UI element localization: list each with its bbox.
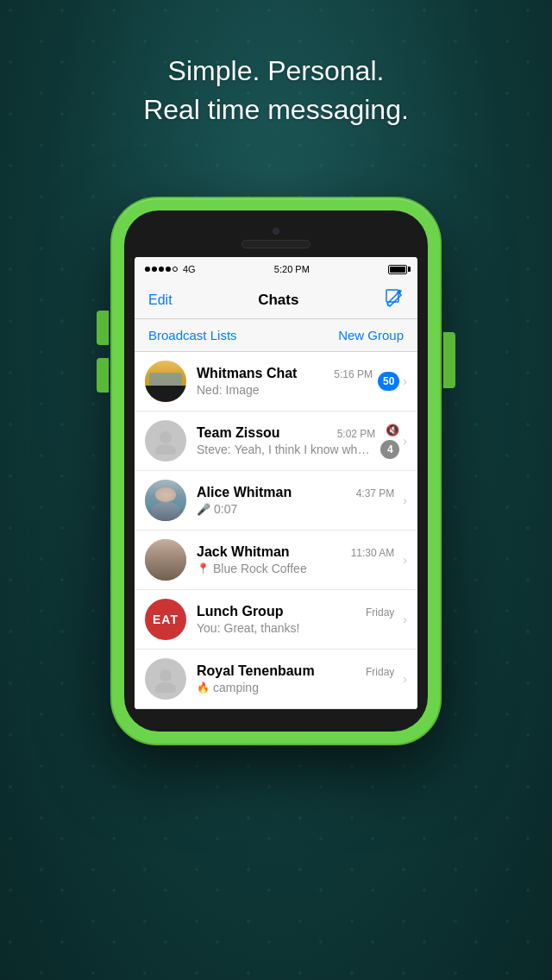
chat-name-team: Team Zissou — [197, 425, 280, 441]
chat-name-lunch: Lunch Group — [197, 604, 283, 619]
alice-face — [155, 487, 176, 502]
chevron-lunch: › — [403, 612, 407, 626]
chat-preview-alice: 🎤 0:07 — [197, 502, 394, 516]
avatar-lunch: EAT — [145, 599, 186, 640]
chat-name-whitmans: Whitmans Chat — [197, 366, 297, 381]
avatar-team-zissou — [145, 420, 186, 462]
eat-sign: EAT — [153, 612, 179, 626]
preview-text-whitmans: Image — [226, 383, 260, 397]
badge-whitmans: 50 — [378, 372, 399, 391]
preview-text-lunch: Great, thanks! — [224, 621, 300, 635]
chat-header-alice: Alice Whitman 4:37 PM — [197, 485, 394, 500]
tagline-line2: Real time messaging. — [143, 94, 409, 125]
status-time: 5:20 PM — [274, 264, 310, 274]
chat-time-jack: 11:30 AM — [351, 547, 395, 559]
chat-content-lunch: Lunch Group Friday You: Great, thanks! — [197, 604, 394, 635]
chat-content-whitmans: Whitmans Chat 5:16 PM Ned: Image — [197, 366, 373, 397]
mute-icon-team: 🔇 — [386, 424, 399, 437]
nav-bar: Edit Chats — [135, 281, 417, 319]
dot5 — [172, 267, 178, 272]
chat-list: Whitmans Chat 5:16 PM Ned: Image 50 › — [135, 352, 417, 709]
chat-content-alice: Alice Whitman 4:37 PM 🎤 0:07 — [197, 485, 394, 516]
chevron-whitmans: › — [403, 374, 407, 388]
chat-content-royal: Royal Tenenbaum Friday 🔥 camping — [197, 663, 394, 694]
svg-point-4 — [155, 444, 176, 455]
svg-point-5 — [160, 669, 172, 682]
phone-screen: 4G 5:20 PM Edit Chats — [135, 257, 417, 709]
chat-name-alice: Alice Whitman — [197, 485, 292, 500]
chat-item-lunch[interactable]: EAT Lunch Group Friday You: Great, thank… — [135, 590, 417, 650]
chevron-royal: › — [403, 672, 407, 686]
preview-text-alice: 0:07 — [214, 502, 237, 516]
chat-item-jack[interactable]: Jack Whitman 11:30 AM 📍 Blue Rock Coffee… — [135, 531, 417, 590]
chat-header-whitmans: Whitmans Chat 5:16 PM — [197, 366, 373, 381]
chat-header-royal: Royal Tenenbaum Friday — [197, 663, 394, 679]
avatar-whitmans — [145, 361, 186, 402]
nav-title: Chats — [258, 292, 298, 309]
chat-item-team-zissou[interactable]: Team Zissou 5:02 PM Steve: Yeah, I think… — [135, 411, 417, 471]
chat-preview-team: Steve: Yeah, I think I know wha... — [197, 443, 375, 456]
chat-preview-jack: 📍 Blue Rock Coffee — [197, 562, 394, 575]
compose-icon — [385, 288, 404, 307]
network-label: 4G — [183, 264, 196, 274]
chat-preview-royal: 🔥 camping — [197, 681, 394, 694]
chevron-jack: › — [403, 553, 407, 567]
preview-sender-team: Steve: — [197, 443, 231, 456]
chat-item-alice[interactable]: Alice Whitman 4:37 PM 🎤 0:07 › — [135, 471, 417, 531]
avatar-royal — [145, 658, 186, 700]
chat-item-whitmans[interactable]: Whitmans Chat 5:16 PM Ned: Image 50 › — [135, 352, 417, 411]
preview-text-team: Yeah, I think I know wha... — [235, 443, 373, 456]
svg-point-6 — [155, 682, 176, 693]
tagline-line1: Simple. Personal. — [168, 55, 385, 86]
edit-button[interactable]: Edit — [148, 292, 172, 308]
camera — [273, 228, 279, 235]
tagline: Simple. Personal. Real time messaging. — [0, 52, 552, 129]
chat-preview-whitmans: Ned: Image — [197, 383, 373, 397]
chat-meta-whitmans: 50 — [378, 372, 399, 391]
jack-avatar-bg — [145, 539, 186, 581]
chat-header-lunch: Lunch Group Friday — [197, 604, 394, 619]
alice-image — [145, 480, 186, 521]
svg-point-3 — [160, 431, 172, 443]
preview-text-jack: Blue Rock Coffee — [213, 562, 307, 575]
chat-time-team: 5:02 PM — [337, 428, 376, 440]
battery — [388, 265, 407, 274]
chat-item-royal[interactable]: Royal Tenenbaum Friday 🔥 camping › — [135, 650, 417, 709]
chat-time-alice: 4:37 PM — [356, 487, 395, 499]
chat-time-royal: Friday — [366, 666, 394, 678]
whitmans-image — [145, 361, 186, 402]
avatar-alice — [145, 480, 186, 521]
person-icon-royal — [152, 665, 179, 693]
dot3 — [159, 267, 164, 272]
preview-sender-whitmans: Ned: — [197, 383, 223, 397]
signal: 4G — [145, 264, 196, 274]
status-bar: 4G 5:20 PM — [135, 257, 417, 281]
speaker — [242, 240, 310, 248]
chat-meta-team: 🔇 4 — [380, 424, 399, 459]
phone-top-bar — [135, 221, 417, 257]
preview-sender-lunch: You: — [197, 621, 221, 635]
phone-inner: 4G 5:20 PM Edit Chats — [124, 210, 428, 732]
chat-name-jack: Jack Whitman — [197, 544, 290, 560]
phone: 4G 5:20 PM Edit Chats — [112, 198, 440, 744]
chat-preview-lunch: You: Great, thanks! — [197, 621, 394, 635]
battery-body — [388, 265, 407, 274]
dot4 — [166, 267, 171, 272]
alice-body — [151, 502, 180, 521]
broadcast-lists-button[interactable]: Broadcast Lists — [148, 328, 237, 342]
new-group-button[interactable]: New Group — [338, 328, 404, 342]
preview-text-royal: camping — [213, 681, 259, 694]
compose-button[interactable] — [385, 288, 404, 311]
fire-icon-royal: 🔥 — [197, 682, 210, 694]
chat-time-whitmans: 5:16 PM — [334, 368, 373, 380]
dot1 — [145, 267, 150, 272]
chevron-team: › — [403, 434, 407, 448]
phone-bottom-bar — [135, 709, 417, 721]
chat-header-team: Team Zissou 5:02 PM — [197, 425, 375, 441]
chat-content-jack: Jack Whitman 11:30 AM 📍 Blue Rock Coffee — [197, 544, 394, 575]
mic-icon-alice: 🎤 — [197, 503, 210, 516]
chat-time-lunch: Friday — [366, 606, 394, 619]
person-icon-team — [152, 427, 179, 455]
avatar-jack — [145, 539, 186, 581]
location-icon-jack: 📍 — [197, 562, 210, 575]
